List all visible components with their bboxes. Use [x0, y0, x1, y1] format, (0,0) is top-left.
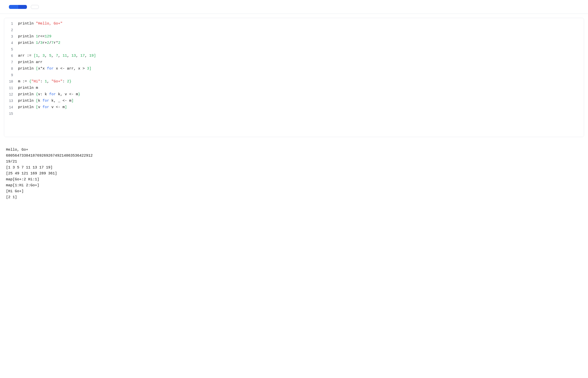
- code-line: println "Hello, Go+": [18, 21, 582, 27]
- line-number: 12: [7, 91, 13, 98]
- output-area: Hello, Go+680564733841876926926749214863…: [0, 141, 588, 206]
- format-button[interactable]: [18, 5, 27, 9]
- line-number: 15: [7, 111, 13, 117]
- code-line: println [x*x for x <- arr, x > 3]: [18, 66, 582, 72]
- line-number: 6: [7, 53, 13, 59]
- line-numbers: 123456789101112131415: [4, 21, 16, 134]
- output-line: [25 49 121 169 289 361]: [6, 171, 582, 177]
- output-line: map[1:Hi 2:Go+]: [6, 183, 582, 189]
- run-button[interactable]: [9, 5, 18, 9]
- code-line: println [k for k, _ <- m]: [18, 98, 582, 104]
- code-lines[interactable]: println "Hello, Go+" println 1r<<129prin…: [16, 21, 584, 134]
- output-line: map[Go+:2 Hi:1]: [6, 177, 582, 183]
- line-number: 5: [7, 46, 13, 53]
- output-line: [1 3 5 7 11 13 17 19]: [6, 165, 582, 171]
- line-number: 9: [7, 72, 13, 78]
- output-line: [Hi Go+]: [6, 189, 582, 194]
- line-number: 10: [7, 78, 13, 85]
- line-number: 2: [7, 27, 13, 33]
- line-number: 11: [7, 85, 13, 91]
- line-number: 13: [7, 98, 13, 104]
- line-number: 4: [7, 40, 13, 46]
- line-number: 14: [7, 104, 13, 111]
- output-line: 19/21: [6, 159, 582, 165]
- language-dropdown[interactable]: [31, 5, 39, 9]
- output-line: 68056473384187692692674921486353642291​2: [6, 153, 582, 159]
- code-line: println arr: [18, 59, 582, 66]
- code-line: [18, 27, 582, 33]
- line-number: 1: [7, 21, 13, 27]
- line-number: 3: [7, 33, 13, 40]
- code-line: println [v for v <- m]: [18, 104, 582, 111]
- code-line: println m: [18, 85, 582, 91]
- header: [0, 0, 588, 14]
- editor-container: 123456789101112131415 println "Hello, Go…: [4, 18, 584, 137]
- code-line: println 1r<<129: [18, 33, 582, 40]
- output-line: [2 1]: [6, 194, 582, 200]
- code-line: [18, 111, 582, 117]
- action-buttons: [9, 5, 27, 9]
- output-line: Hello, Go+: [6, 147, 582, 153]
- code-line: arr := [1, 3, 5, 7, 11, 13, 17, 19]: [18, 53, 582, 59]
- line-number: 7: [7, 59, 13, 66]
- line-number: 8: [7, 66, 13, 72]
- code-editor[interactable]: 123456789101112131415 println "Hello, Go…: [4, 18, 584, 137]
- code-line: m := {"Hi": 1, "Go+": 2}: [18, 78, 582, 85]
- code-line: println 1/3r+2/7r*2: [18, 40, 582, 46]
- code-line: [18, 72, 582, 78]
- code-line: [18, 46, 582, 53]
- code-line: println {v: k for k, v <- m}: [18, 91, 582, 98]
